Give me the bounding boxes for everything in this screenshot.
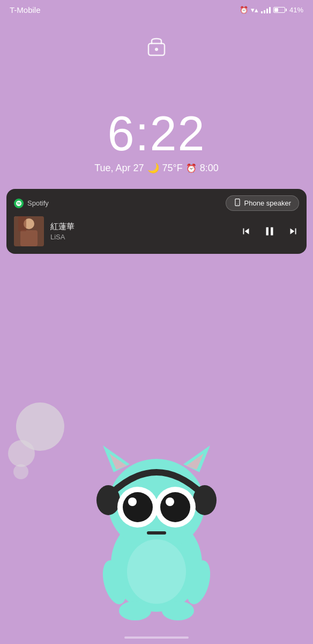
svg-rect-6 [20, 230, 38, 246]
track-text: 紅蓮華 LiSA [50, 222, 74, 241]
clock-date: Tue, Apr 27 🌙 75°F ⏰ 8:00 [0, 162, 313, 174]
clock-time: 6:22 [0, 109, 313, 158]
track-artist: LiSA [50, 233, 74, 241]
svg-point-20 [128, 497, 137, 506]
spotify-header: Spotify Phone speaker [14, 195, 299, 211]
thought-bubble-small [13, 464, 28, 479]
svg-rect-22 [147, 531, 166, 535]
track-name: 紅蓮華 [50, 222, 74, 232]
home-bar[interactable] [124, 636, 189, 639]
svg-point-27 [162, 601, 194, 620]
thought-bubble-medium [8, 440, 35, 467]
svg-rect-2 [235, 199, 239, 206]
phone-speaker-icon [234, 199, 241, 208]
svg-point-14 [96, 485, 120, 515]
phone-speaker-button[interactable]: Phone speaker [226, 195, 299, 211]
spotify-label: Spotify [27, 199, 49, 207]
next-button[interactable] [287, 225, 299, 237]
svg-point-21 [166, 497, 174, 506]
alarm-time: 8:00 [200, 163, 219, 174]
spotify-track-info: 紅蓮華 LiSA [14, 216, 74, 246]
alarm-status-icon: ⏰ [240, 6, 248, 14]
alarm-clock-icon: ⏰ [186, 163, 197, 173]
lockscreen: T-Mobile ⏰ ▾▴ 41% [0, 0, 313, 644]
spotify-notification: Spotify Phone speaker [6, 189, 307, 254]
svg-point-19 [160, 492, 190, 522]
lock-icon-container [0, 34, 313, 61]
spotify-app-label: Spotify [14, 199, 49, 208]
previous-button[interactable] [240, 225, 252, 237]
play-pause-button[interactable] [263, 224, 277, 238]
carrier-label: T-Mobile [10, 5, 41, 14]
clock-container: 6:22 Tue, Apr 27 🌙 75°F ⏰ 8:00 [0, 109, 313, 174]
spotify-logo [14, 199, 24, 208]
svg-point-26 [119, 601, 151, 620]
weather-temp: 75°F [162, 163, 183, 174]
battery-icon [273, 7, 287, 13]
moon-icon: 🌙 [147, 162, 159, 174]
lock-icon [146, 34, 167, 61]
album-art [14, 216, 44, 246]
date-text: Tue, Apr 27 [94, 163, 144, 174]
svg-rect-7 [18, 216, 26, 231]
svg-point-18 [123, 492, 153, 522]
svg-point-1 [155, 48, 158, 51]
svg-point-23 [127, 539, 186, 604]
spotify-body: 紅蓮華 LiSA [14, 216, 299, 246]
svg-point-15 [193, 485, 217, 515]
phone-speaker-label: Phone speaker [244, 199, 291, 207]
battery-percent: 41% [289, 6, 303, 14]
status-bar: T-Mobile ⏰ ▾▴ 41% [0, 0, 313, 18]
svg-point-3 [237, 204, 237, 204]
wallpaper-bottom [0, 386, 313, 644]
status-icons: ⏰ ▾▴ 41% [240, 6, 303, 14]
wifi-icon: ▾▴ [251, 6, 258, 14]
signal-icon [261, 6, 271, 13]
cat-character [81, 419, 232, 623]
spotify-controls [240, 224, 299, 238]
